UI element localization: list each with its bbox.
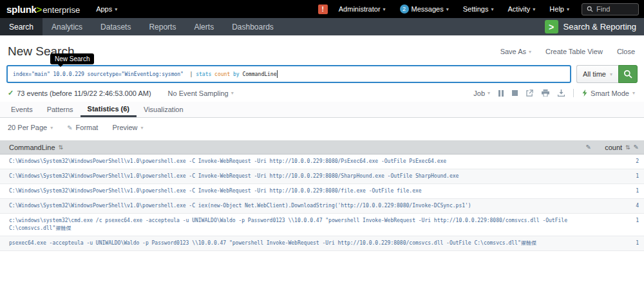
format-button[interactable]: ✎ Format <box>67 124 98 131</box>
export-icon <box>558 89 565 97</box>
caret-down-icon: ▾ <box>446 6 449 12</box>
appnav-item-datasets[interactable]: Datasets <box>91 18 140 35</box>
count-cell[interactable]: 1 <box>596 214 644 236</box>
time-range-picker[interactable]: All time ▾ <box>576 65 618 83</box>
format-icon: ✎ <box>67 124 72 131</box>
appnav-item-reports[interactable]: Reports <box>140 18 185 35</box>
divider <box>573 89 574 97</box>
create-table-view-button[interactable]: Create Table View <box>545 48 603 55</box>
table-row: C:\Windows\System32\WindowsPowerShell\v1… <box>0 155 644 169</box>
commandline-cell[interactable]: psexec64.exe -accepteula -u UNIWALDO\Wal… <box>0 236 596 250</box>
caret-down-icon: ▾ <box>231 90 234 96</box>
column-header-commandline[interactable]: CommandLine ⇅ ✎ <box>0 144 596 151</box>
notification-badge[interactable]: ! <box>318 5 328 14</box>
print-icon <box>542 89 549 97</box>
page-header: New Search Save As ▾ Create Table View C… <box>0 35 644 65</box>
smart-mode-bolt-icon <box>582 89 587 97</box>
pause-icon <box>498 90 504 97</box>
results-tab-visualization[interactable]: Visualization <box>137 102 191 117</box>
table-row: psexec64.exe -accepteula -u UNIWALDO\Wal… <box>0 236 644 251</box>
query-segment: index="main" 10.0.0.229 sourcetype="WinE… <box>13 71 190 77</box>
per-page-menu[interactable]: 20 Per Page ▾ <box>8 124 53 131</box>
count-cell[interactable]: 4 <box>596 199 644 213</box>
save-as-button[interactable]: Save As ▾ <box>500 48 531 55</box>
topbar: splunk>enterprise Apps ▾ ! Administrator… <box>0 0 644 18</box>
text-cursor <box>277 70 278 78</box>
close-button[interactable]: Close <box>617 48 635 55</box>
caret-down-icon: ▾ <box>383 6 386 12</box>
caret-down-icon: ▾ <box>610 71 612 77</box>
job-menu[interactable]: Job ▾ <box>473 89 490 97</box>
event-sampling-menu[interactable]: No Event Sampling ▾ <box>168 89 234 97</box>
splunk-gt-icon: > <box>37 4 43 15</box>
commandline-cell[interactable]: C:\Windows\System32\WindowsPowerShell\v1… <box>0 155 596 169</box>
caret-down-icon: ▾ <box>529 49 531 55</box>
results-tab-statistics[interactable]: Statistics (6) <box>80 102 137 117</box>
results-tab-patterns[interactable]: Patterns <box>40 102 80 117</box>
apps-menu[interactable]: Apps ▾ <box>89 0 124 18</box>
search-magnifier-icon <box>623 70 632 79</box>
messages-count-badge: 2 <box>400 5 409 14</box>
caret-down-icon: ▾ <box>141 125 144 131</box>
table-row: C:\Windows\System32\WindowsPowerShell\v1… <box>0 184 644 199</box>
column-header-count[interactable]: count ⇅ ✎ <box>596 144 644 151</box>
appnav-item-search[interactable]: Search <box>0 18 43 35</box>
app-context[interactable]: > Search & Reporting <box>545 18 644 35</box>
help-menu[interactable]: Help ▾ <box>542 0 576 18</box>
sort-icon[interactable]: ⇅ <box>59 144 64 151</box>
job-controls: Job ▾ <box>473 89 635 97</box>
commandline-cell[interactable]: C:\Windows\System32\WindowsPowerShell\v1… <box>0 169 596 183</box>
commandline-cell[interactable]: C:\Windows\System32\WindowsPowerShell\v1… <box>0 184 596 198</box>
query-segment: count <box>214 71 230 77</box>
export-button[interactable] <box>558 89 565 97</box>
logo-text: splunk <box>6 4 37 15</box>
search-query-text: index="main" 10.0.0.229 sourcetype="WinE… <box>13 71 276 77</box>
search-mode-menu[interactable]: Smart Mode ▾ <box>582 89 635 97</box>
table-header-row: CommandLine ⇅ ✎ count ⇅ ✎ <box>0 140 644 155</box>
edit-column-icon[interactable]: ✎ <box>634 144 639 151</box>
find-input[interactable] <box>596 5 634 13</box>
job-done-check-icon: ✓ <box>8 89 14 97</box>
preview-menu[interactable]: Preview ▾ <box>112 124 143 131</box>
caret-down-icon: ▾ <box>488 90 490 96</box>
share-job-button[interactable] <box>526 89 533 97</box>
search-icon <box>587 6 593 12</box>
caret-down-icon: ▾ <box>50 125 53 131</box>
results-tab-events[interactable]: Events <box>4 102 40 117</box>
pause-job-button[interactable] <box>498 90 504 97</box>
caret-down-icon: ▾ <box>632 90 635 96</box>
edit-column-icon[interactable]: ✎ <box>586 144 591 151</box>
run-search-button[interactable] <box>618 65 638 83</box>
print-button[interactable] <box>542 89 549 97</box>
user-menu[interactable]: Administrator ▾ <box>332 0 393 18</box>
settings-menu[interactable]: Settings ▾ <box>456 0 501 18</box>
search-query-input[interactable]: index="main" 10.0.0.229 sourcetype="WinE… <box>6 65 571 83</box>
find-search-box[interactable] <box>582 3 639 15</box>
messages-menu[interactable]: 2 Messages ▾ <box>393 0 456 18</box>
statistics-table: CommandLine ⇅ ✎ count ⇅ ✎ C:\Windows\Sys… <box>0 140 644 251</box>
new-search-tooltip: New Search <box>50 53 94 64</box>
appnav-item-alerts[interactable]: Alerts <box>185 18 223 35</box>
appnav-tabs: SearchAnalyticsDatasetsReportsAlertsDash… <box>0 18 283 35</box>
activity-menu[interactable]: Activity ▾ <box>501 0 543 18</box>
appnav-item-dashboards[interactable]: Dashboards <box>223 18 283 35</box>
stop-job-button[interactable] <box>512 90 518 96</box>
results-toolbar: 20 Per Page ▾ ✎ Format Preview ▾ <box>0 118 644 139</box>
count-cell[interactable]: 1 <box>596 169 644 183</box>
count-cell[interactable]: 1 <box>596 184 644 198</box>
query-segment: | <box>190 71 196 77</box>
appnav-item-analytics[interactable]: Analytics <box>43 18 91 35</box>
stop-icon <box>512 90 518 96</box>
sort-icon[interactable]: ⇅ <box>625 144 630 151</box>
commandline-cell[interactable]: c:\windows\system32\cmd.exe /c psexec64.… <box>0 214 596 236</box>
app-navigation: SearchAnalyticsDatasetsReportsAlertsDash… <box>0 18 644 35</box>
commandline-cell[interactable]: C:\Windows\System32\WindowsPowerShell\v1… <box>0 199 596 213</box>
count-cell[interactable]: 1 <box>596 236 644 250</box>
count-cell[interactable]: 2 <box>596 155 644 169</box>
search-reporting-app-icon: > <box>545 20 558 33</box>
splunk-logo[interactable]: splunk>enterprise <box>6 4 80 15</box>
caret-down-icon: ▾ <box>533 6 535 12</box>
query-segment: CommandLine <box>240 71 277 77</box>
table-row: c:\windows\system32\cmd.exe /c psexec64.… <box>0 214 644 236</box>
events-summary[interactable]: 73 events (before 11/9/22 2:46:53.000 AM… <box>17 89 151 97</box>
